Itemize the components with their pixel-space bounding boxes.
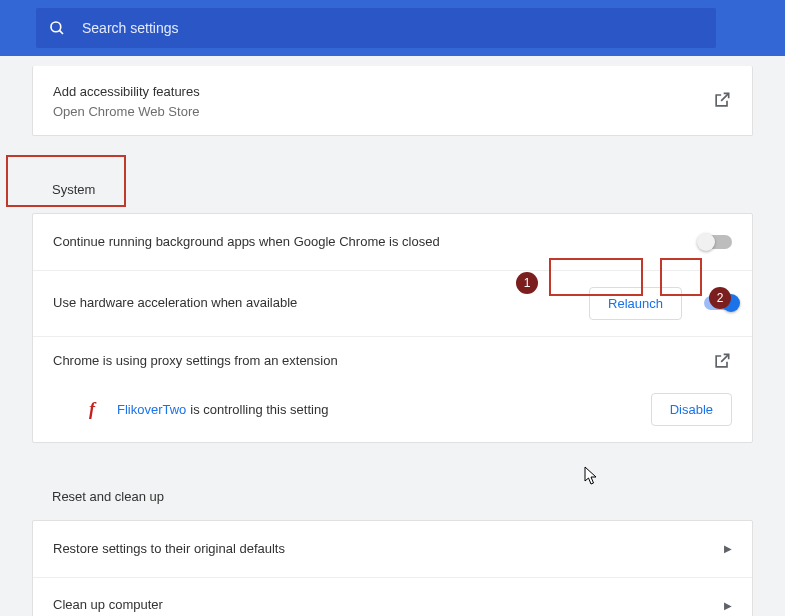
hw-accel-label: Use hardware acceleration when available bbox=[53, 293, 297, 313]
annotation-badge-1: 1 bbox=[516, 272, 538, 294]
accessibility-title: Add accessibility features bbox=[53, 82, 712, 102]
hw-accel-row: Use hardware acceleration when available… bbox=[33, 270, 752, 336]
restore-label: Restore settings to their original defau… bbox=[53, 539, 285, 559]
accessibility-card: Add accessibility features Open Chrome W… bbox=[32, 66, 753, 136]
extension-icon: f bbox=[89, 399, 95, 420]
search-icon bbox=[48, 19, 66, 37]
bg-apps-row: Continue running background apps when Go… bbox=[33, 214, 752, 270]
chevron-right-icon: ▶ bbox=[724, 600, 732, 611]
system-card: Continue running background apps when Go… bbox=[32, 213, 753, 443]
proxy-label: Chrome is using proxy settings from an e… bbox=[53, 351, 338, 371]
svg-line-1 bbox=[59, 30, 63, 34]
annotation-badge-2: 2 bbox=[709, 287, 731, 309]
svg-point-0 bbox=[51, 22, 61, 32]
open-in-new-icon[interactable] bbox=[712, 351, 732, 371]
reset-card: Restore settings to their original defau… bbox=[32, 520, 753, 617]
bg-apps-label: Continue running background apps when Go… bbox=[53, 232, 440, 252]
proxy-row: Chrome is using proxy settings from an e… bbox=[33, 336, 752, 442]
extension-controller-row: f FlikoverTwo is controlling this settin… bbox=[33, 381, 752, 442]
header-search-bar: Search settings bbox=[0, 0, 785, 56]
section-system-title: System bbox=[32, 160, 753, 213]
section-reset-title: Reset and clean up bbox=[32, 467, 753, 520]
relaunch-button[interactable]: Relaunch bbox=[589, 287, 682, 320]
clean-label: Clean up computer bbox=[53, 595, 163, 615]
extension-name-link[interactable]: FlikoverTwo bbox=[117, 402, 186, 417]
accessibility-subtitle: Open Chrome Web Store bbox=[53, 104, 712, 119]
clean-up-row[interactable]: Clean up computer ▶ bbox=[33, 577, 752, 617]
restore-defaults-row[interactable]: Restore settings to their original defau… bbox=[33, 521, 752, 577]
open-in-new-icon bbox=[712, 90, 732, 110]
add-accessibility-row[interactable]: Add accessibility features Open Chrome W… bbox=[33, 66, 752, 135]
search-field[interactable]: Search settings bbox=[36, 8, 716, 48]
bg-apps-toggle[interactable] bbox=[698, 235, 732, 249]
accessibility-text: Add accessibility features Open Chrome W… bbox=[53, 82, 712, 119]
disable-button[interactable]: Disable bbox=[651, 393, 732, 426]
search-placeholder: Search settings bbox=[82, 20, 179, 36]
extension-suffix: is controlling this setting bbox=[190, 402, 328, 417]
chevron-right-icon: ▶ bbox=[724, 543, 732, 554]
